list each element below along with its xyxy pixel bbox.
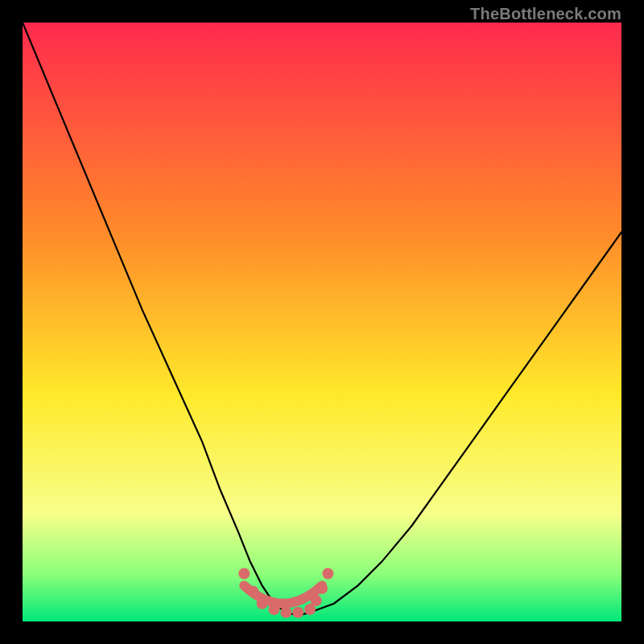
curve-marker: [257, 598, 268, 609]
curve-marker: [280, 607, 291, 618]
bottleneck-chart: [23, 23, 621, 621]
curve-marker: [269, 604, 280, 615]
gradient-background: [23, 23, 621, 621]
watermark-label: TheBottleneck.com: [470, 5, 621, 23]
curve-marker: [238, 568, 250, 580]
curve-marker: [316, 583, 328, 594]
curve-marker: [311, 595, 322, 606]
plot-area: [23, 23, 621, 621]
curve-marker: [292, 607, 303, 618]
curve-marker: [322, 568, 333, 580]
chart-frame: TheBottleneck.com: [0, 0, 644, 644]
curve-marker: [247, 586, 258, 597]
